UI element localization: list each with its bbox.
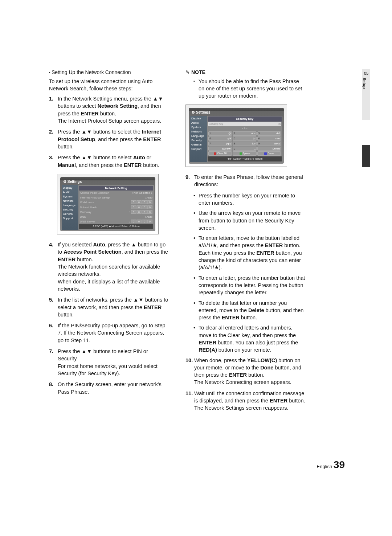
dev1-setting-row: Subnet Mask: 0000	[79, 205, 153, 210]
chapter-number: 05	[362, 71, 370, 75]
chapter-title: Setup	[362, 78, 367, 89]
dev2-sidebar: DisplayAudioSystemNetworkLanguageSecurit…	[190, 116, 207, 162]
keypad-action: Done	[257, 151, 281, 156]
dev1-setting-row: Access Point Selection: Not Selected ▸	[79, 191, 153, 195]
step-item: 2.Press the ▲▼ buttons to select the Int…	[49, 128, 169, 150]
bullet-item: Press the number keys on your remote to …	[193, 192, 305, 207]
keypad-key: 8tuv	[233, 142, 256, 146]
step-item: 6.If the PIN/Security pop-up appears, go…	[49, 322, 169, 344]
keypad-key: 2abc	[233, 131, 256, 136]
dev2-side-item: Language	[191, 134, 206, 138]
side-marker	[362, 145, 370, 167]
step-item: 4.If you selected Auto, press the ▲ butt…	[49, 241, 169, 292]
dev2-panel-title: Security Key	[208, 116, 282, 121]
dev1-side-item: Display	[63, 186, 77, 190]
dev1-sidebar: DisplayAudioSystemNetworkLanguageSecurit…	[62, 185, 78, 230]
dev2-footer: ◄/► Cursor ⏎ Select ↺ Return	[208, 156, 282, 161]
page-footer: English 39	[317, 459, 345, 471]
dev2-side-item: Audio	[191, 121, 206, 125]
dev2-input-placeholder: Security Key	[209, 122, 223, 126]
step-item: 10.When done, press the YELLOW(C) button…	[185, 357, 305, 386]
footer-lang: English	[317, 464, 332, 469]
dev1-side-item: Network	[63, 199, 77, 203]
step-item: 3.Press the ▲▼ buttons to select Auto or…	[49, 154, 169, 169]
dev2-side-item: System	[191, 125, 206, 130]
bullet-item: To delete the last letter or number you …	[193, 299, 305, 322]
steps-list-b: 4.If you selected Auto, press the ▲ butt…	[49, 241, 169, 396]
device-screenshot-keyboard: Settings DisplayAudioSystemNetworkLangua…	[185, 105, 287, 167]
step-item: 1.In the Network Settings menu, press th…	[49, 95, 169, 124]
dev2-side-item: Security	[191, 138, 206, 143]
dev1-setting-row: DNS: Auto	[79, 214, 153, 219]
dev1-side-item: Audio	[63, 190, 77, 195]
dev2-side-item: Support	[191, 147, 206, 151]
bullet-item: To clear all entered letters and numbers…	[193, 324, 305, 353]
keypad-key: 0⎵	[233, 147, 256, 151]
side-tab: 05 Setup	[362, 69, 370, 120]
keypad-key: 7pqrs	[208, 142, 232, 146]
keypad-key: 5jkl	[233, 136, 256, 141]
keypad-key: 1..@	[208, 131, 232, 136]
dev2-abc: a b c	[208, 126, 282, 131]
keypad-key: a/A/a/★	[208, 147, 232, 151]
step-9: 9.To enter the Pass Phrase, follow these…	[185, 173, 305, 188]
dev1-side-item: System	[63, 195, 77, 199]
dev1-side-item: Security	[63, 208, 77, 212]
bullet-item: To enter letters, move to the button lab…	[193, 234, 305, 271]
section-subhead: Setting Up the Network Connection	[49, 69, 169, 76]
step-item: 5.In the list of networks, press the ▲▼ …	[49, 296, 169, 318]
dev1-side-item: Language	[63, 203, 77, 208]
dev2-side-item: General	[191, 143, 206, 147]
dev1-title: Settings	[62, 179, 154, 185]
keypad-action: Clear All	[208, 151, 232, 156]
step-item: 11.Wait until the connection confirmatio…	[185, 390, 305, 412]
note-heading: NOTE	[185, 69, 305, 76]
dev2-side-item: Display	[191, 116, 206, 121]
keypad-key: 9wxyz	[257, 142, 281, 146]
bullet-item: Use the arrow keys on your remote to mov…	[193, 209, 305, 232]
dev1-footer: A PBC (WPS) ◆ Move ⏎ Select ↺ Return	[79, 224, 153, 229]
intro-text: To set up the wireless connection using …	[49, 78, 169, 93]
step-item: 7.Press the ▲▼ buttons to select PIN or …	[49, 348, 169, 377]
keypad-action: Space	[233, 151, 256, 156]
right-column: NOTE You should be able to find the Pass…	[185, 69, 305, 416]
footer-page: 39	[334, 459, 345, 470]
keypad-key: 4ghi	[208, 136, 232, 141]
dev1-setting-row: IP Address: 0000	[79, 200, 153, 205]
note-text: You should be able to find the Pass Phra…	[193, 78, 305, 100]
device-screenshot-network: Settings DisplayAudioSystemNetworkLangua…	[57, 174, 159, 234]
steps-list-c: 10.When done, press the YELLOW(C) button…	[185, 357, 305, 412]
step-item: 9.To enter the Pass Phrase, follow these…	[185, 173, 305, 188]
dev1-panel-title: Network Setting	[79, 186, 153, 191]
steps-list-a: 1.In the Network Settings menu, press th…	[49, 95, 169, 169]
dev1-side-item: General	[63, 212, 77, 216]
dev2-title: Settings	[190, 109, 282, 116]
directions-bullets: Press the number keys on your remote to …	[193, 192, 305, 354]
dev1-setting-row: Internet Protocol Setup: Auto	[79, 195, 153, 200]
dev2-side-item: Network	[191, 130, 206, 134]
dev1-setting-row: DNS Server: 0000	[79, 219, 153, 224]
keypad-key: 3def	[257, 131, 281, 136]
left-column: Setting Up the Network Connection To set…	[49, 69, 169, 416]
keypad-key: 6mno	[257, 136, 281, 141]
keypad-key: Delete	[257, 147, 281, 151]
step-item: 8.On the Security screen, enter your net…	[49, 381, 169, 396]
dev1-setting-row: Gateway: 0000	[79, 210, 153, 214]
dev1-side-item: Support	[63, 216, 77, 221]
bullet-item: To enter a letter, press the number butt…	[193, 274, 305, 296]
